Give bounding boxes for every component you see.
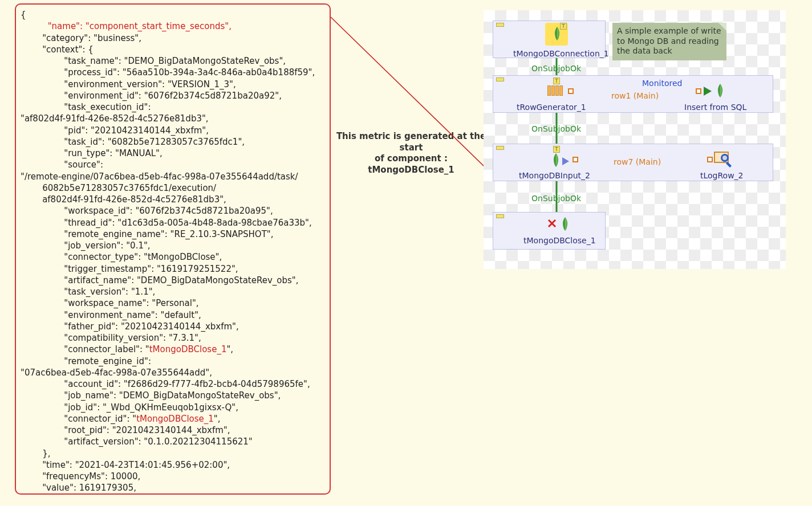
flow-port-icon (696, 88, 701, 94)
json-highlight: tMongoDBClose_1 (149, 344, 227, 354)
json-line: "/remote-engine/07ac6bea-d5eb-4fac-998a-… (21, 172, 298, 182)
link-label-row1: row1 (Main) (611, 91, 659, 100)
json-line: "context": { (21, 44, 94, 55)
json-metric-box: { "name": "component_start_time_seconds"… (15, 3, 331, 495)
t-badge-icon: T (553, 146, 560, 153)
json-line: "thread_id": "d1c63d5a-005a-4b48-8ada-98… (21, 218, 312, 228)
link-label-onsubjobok: OnSubjobOk (531, 64, 581, 73)
component-label: tMongoDBClose_1 (523, 236, 596, 245)
json-line: "connector_label": " (21, 344, 149, 354)
json-line: "environment_id": "6076f2b374c5d8721ba20… (21, 91, 282, 101)
json-line: "07ac6bea-d5eb-4fac-998a-07e355644add", (21, 368, 212, 378)
job-design-canvas[interactable]: T tMongoDBConnection_1 A simple example … (484, 10, 786, 269)
tlogrow-component[interactable] (714, 152, 730, 168)
json-line: "time": "2021-04-23T14:01:45.956+02:00", (21, 460, 230, 470)
component-label: tMongoDBConnection_1 (513, 49, 609, 58)
mongodb-leaf-icon (713, 83, 728, 98)
json-line: "type": "counter" (21, 495, 116, 495)
json-line: "value": 1619179305, (21, 483, 136, 493)
component-label: tRowGenerator_1 (517, 103, 586, 112)
mongodb-leaf-icon (558, 217, 573, 231)
json-line: "workspace_name": "Personal", (21, 298, 199, 308)
json-line: "remote_engine_id": (21, 356, 151, 366)
json-line: "remote_engine_name": "RE_2.10.3-SNAPSHO… (21, 229, 273, 239)
annotation-line: This metric is generated at the start (334, 131, 488, 153)
link-label-onsubjobok: OnSubjobOk (531, 124, 581, 133)
json-line: "job_id": "_Wbd_QKHmEeuqob1gixsx-Q", (21, 402, 238, 413)
json-line: "connector_id": " (21, 414, 136, 424)
rowgenerator-icon (547, 85, 563, 96)
flow-port-icon (573, 157, 578, 162)
json-line: "workspace_id": "6076f2b374c5d8721ba20a9… (21, 206, 273, 216)
flow-port-icon (707, 157, 713, 162)
json-line: "category": "business", (21, 33, 141, 43)
json-line: "process_id": "56aa510b-394a-3a4c-846a-a… (21, 67, 315, 77)
annotation-line: tMongoDBClose_1 (334, 165, 488, 176)
json-line: "task_id": "6082b5e71283057c3765fdc1", (21, 137, 245, 147)
json-line: "task_name": "DEMO_BigDataMongoStateRev_… (21, 56, 286, 66)
arrow-right-icon (562, 157, 569, 165)
link-label-row7: row7 (Main) (614, 157, 661, 166)
json-line: "compatibility_version": "7.3.1", (21, 333, 201, 343)
json-line: "task_version": "1.1", (21, 287, 155, 297)
json-line: ", (214, 414, 221, 424)
arrow-right-icon (704, 87, 712, 96)
json-line: "father_pid": "20210423140144_xbxfm", (21, 321, 239, 332)
component-label: tMongoDBInput_2 (519, 171, 590, 180)
note-text: A simple example of write to Mongo DB an… (617, 26, 721, 55)
json-line: "artifact_version": "0.1.0.2021230411562… (21, 436, 253, 447)
json-line: "job_version": "0.1", (21, 240, 151, 251)
trowgenerator-component[interactable] (547, 85, 563, 101)
json-line: "connector_type": "tMongoDBClose", (21, 252, 222, 262)
json-line: "artifact_name": "DEMO_BigDataMongoState… (21, 275, 299, 285)
json-line: "environment_name": "default", (21, 310, 201, 320)
collapse-toggle-icon[interactable] (496, 23, 504, 27)
tlogrow-icon (714, 152, 731, 168)
mongodb-leaf-icon (549, 153, 563, 168)
json-line: "trigger_timestamp": "1619179251522", (21, 264, 238, 274)
json-line-name: "name": "component_start_time_seconds", (21, 21, 232, 31)
collapse-toggle-icon[interactable] (496, 146, 504, 150)
collapse-toggle-icon[interactable] (496, 214, 504, 218)
json-line: "frequencyMs": 10000, (21, 471, 140, 481)
collapse-toggle-icon[interactable] (496, 77, 504, 81)
job-note[interactable]: A simple example of write to Mongo DB an… (612, 23, 726, 60)
json-line: }, (21, 448, 50, 459)
json-line: "job_name": "DEMO_BigDataMongoStateRev_o… (21, 390, 281, 401)
t-badge-icon: T (560, 23, 567, 30)
flow-port-icon (568, 88, 574, 94)
json-line: "source": (21, 160, 103, 170)
json-line: 6082b5e71283057c3765fdc1/execution/ (21, 183, 216, 193)
breakpoint-x-icon (547, 219, 557, 228)
link-label-monitored: Monitored (642, 79, 682, 88)
t-badge-icon: T (553, 77, 560, 84)
component-label: Insert from SQL (684, 103, 746, 112)
json-line: "run_type": "MANUAL", (21, 148, 163, 158)
json-line: { (21, 10, 26, 20)
json-line: "environment_version": "VERSION_1_3", (21, 79, 236, 89)
annotation-line: of component : (334, 153, 488, 165)
json-line: af802d4f-91fd-426e-852d-4c5276e81db3", (21, 194, 226, 205)
tmongodboutput-component[interactable] (713, 83, 729, 99)
component-label: tLogRow_2 (700, 171, 744, 180)
json-line: "account_id": "f2686d29-f777-4fb2-bcb4-0… (21, 379, 310, 389)
json-line: "root_pid": "20210423140144_xbxfm", (21, 425, 230, 435)
tmongodbclose-component[interactable] (558, 217, 574, 232)
json-line: ", (226, 344, 233, 354)
json-line: "pid": "20210423140144_xbxfm", (21, 125, 209, 136)
json-line: "task_execution_id": (21, 102, 151, 112)
json-highlight: tMongoDBClose_1 (136, 414, 214, 424)
link-label-onsubjobok: OnSubjobOk (531, 194, 581, 203)
annotation-text: This metric is generated at the start of… (334, 131, 488, 176)
json-line: "af802d4f-91fd-426e-852d-4c5276e81db3", (21, 113, 209, 124)
